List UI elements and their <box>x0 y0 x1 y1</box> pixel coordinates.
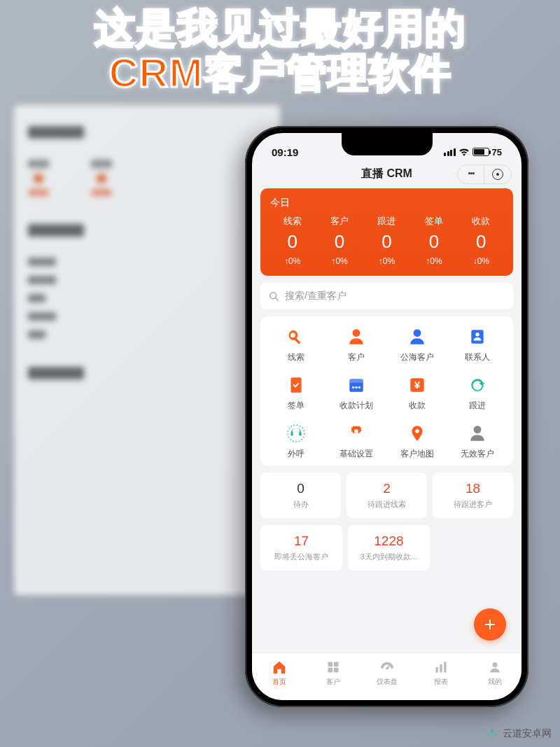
grid-item-invalid[interactable]: 无效客户 <box>447 423 507 460</box>
search-placeholder: 搜索/查重客户 <box>285 290 346 302</box>
barchart-icon <box>433 659 449 675</box>
svg-rect-22 <box>333 668 338 673</box>
stat-tile-1[interactable]: 2 待跟进线索 <box>346 473 427 518</box>
miniapp-close-button[interactable] <box>484 165 511 183</box>
tab-label: 仪表盘 <box>377 677 398 687</box>
stat-tile-4[interactable]: 1228 3天内到期收款... <box>348 525 430 571</box>
grid-item-pool[interactable]: 公海客户 <box>387 326 447 363</box>
svg-line-1 <box>275 298 278 300</box>
watermark-logo-icon <box>486 727 498 740</box>
svg-rect-21 <box>328 668 332 673</box>
svg-point-18 <box>473 426 481 433</box>
tab-customers[interactable]: 客户 <box>306 653 360 693</box>
tile-value: 1228 <box>374 533 403 549</box>
grid-item-map[interactable]: 客户地图 <box>387 423 447 460</box>
stat-tiles-row2: 17 即将丢公海客户 1228 3天内到期收款... <box>260 525 430 571</box>
gauge-icon <box>379 659 395 675</box>
search-input[interactable]: 搜索/查重客户 <box>260 283 513 309</box>
leads-icon <box>286 326 307 347</box>
tile-label: 待办 <box>293 499 309 510</box>
battery-pct: 75 <box>492 147 502 158</box>
tab-dashboard[interactable]: 仪表盘 <box>360 653 414 693</box>
grid-label: 线索 <box>288 351 304 363</box>
app-grid: 线索 客户 公海客户 联系人 签单 收款计划 ¥ 收款 跟进 外呼 <box>260 316 513 466</box>
stat-delta: ↑0% <box>379 256 395 266</box>
stat-delta: ↓0% <box>473 256 489 266</box>
stat-delta: ↑0% <box>426 256 442 266</box>
svg-rect-5 <box>471 330 483 344</box>
today-stat-2[interactable]: 跟进 0 ↑0% <box>365 215 409 266</box>
grid-item-payplan[interactable]: 收款计划 <box>326 375 386 412</box>
pin-icon <box>407 423 428 444</box>
search-icon <box>269 291 279 302</box>
grid-item-follow[interactable]: 跟进 <box>447 375 507 412</box>
grid-label: 公海客户 <box>400 351 434 363</box>
grid-label: 客户 <box>348 351 365 363</box>
yen-icon: ¥ <box>407 375 428 396</box>
grid-label: 客户地图 <box>400 448 434 460</box>
grid-label: 无效客户 <box>461 448 494 460</box>
phone-notch <box>342 133 433 155</box>
grid-item-leads[interactable]: 线索 <box>266 326 326 363</box>
grid-item-payment[interactable]: ¥ 收款 <box>387 375 447 412</box>
tab-home[interactable]: 首页 <box>252 653 306 693</box>
stat-value: 0 <box>382 231 391 253</box>
user-icon <box>487 659 503 675</box>
stat-name: 签单 <box>425 215 443 228</box>
today-stat-1[interactable]: 客户 0 ↑0% <box>317 215 361 266</box>
svg-rect-19 <box>328 662 332 667</box>
stat-tile-3[interactable]: 17 即将丢公海客户 <box>260 525 342 571</box>
svg-text:¥: ¥ <box>414 379 420 391</box>
stat-name: 客户 <box>330 215 349 228</box>
svg-point-10 <box>352 386 354 389</box>
stat-tile-2[interactable]: 18 待跟进客户 <box>433 473 513 518</box>
tab-label: 首页 <box>272 677 286 687</box>
svg-rect-20 <box>333 662 338 667</box>
promo-headline: 这是我见过最好用的CRM客户管理软件 <box>0 6 560 95</box>
grid-label: 外呼 <box>288 448 304 460</box>
grid-label: 签单 <box>288 400 304 412</box>
today-stat-0[interactable]: 线索 0 ↑0% <box>270 215 314 266</box>
miniapp-menu-button[interactable]: ··· <box>458 165 484 183</box>
tab-reports[interactable]: 报表 <box>414 653 468 693</box>
tile-label: 即将丢公海客户 <box>274 552 328 562</box>
grid-label: 基础设置 <box>340 448 373 460</box>
stat-name: 收款 <box>472 215 490 228</box>
tab-label: 客户 <box>326 677 340 687</box>
today-stat-3[interactable]: 签单 0 ↑0% <box>412 215 456 266</box>
svg-line-24 <box>387 665 390 669</box>
today-label: 今日 <box>270 197 503 209</box>
today-stat-4[interactable]: 收款 0 ↓0% <box>459 215 503 266</box>
tile-value: 2 <box>383 481 391 496</box>
stat-tiles-row1: 0 待办 2 待跟进线索 18 待跟进客户 <box>260 473 513 518</box>
watermark-text: 云道安卓网 <box>503 727 552 740</box>
svg-rect-27 <box>444 662 446 673</box>
svg-point-12 <box>358 386 360 389</box>
svg-point-16 <box>355 429 358 433</box>
target-icon <box>492 169 503 180</box>
fab-add-button[interactable]: + <box>474 608 506 641</box>
grid4-icon <box>326 659 341 675</box>
grid-item-contact[interactable]: 联系人 <box>447 326 507 363</box>
app-title: 直播 CRM <box>361 167 412 181</box>
stat-tile-0[interactable]: 0 待办 <box>260 473 341 518</box>
grid-item-contract[interactable]: 签单 <box>266 375 326 412</box>
calendar-icon <box>346 375 367 396</box>
svg-point-17 <box>415 429 419 433</box>
stat-delta: ↑0% <box>331 256 347 266</box>
svg-point-28 <box>492 662 497 667</box>
grid-item-call[interactable]: 外呼 <box>266 423 326 460</box>
tab-me[interactable]: 我的 <box>468 653 522 693</box>
grid-label: 收款 <box>409 400 426 412</box>
gear-icon <box>346 423 367 444</box>
today-card: 今日 线索 0 ↑0% 客户 0 ↑0% 跟进 0 ↑0% 签单 0 ↑0% 收… <box>260 188 513 276</box>
person-solid-icon <box>346 326 367 347</box>
tile-value: 0 <box>297 481 304 496</box>
grid-item-settings[interactable]: 基础设置 <box>326 423 386 460</box>
stat-value: 0 <box>335 231 344 253</box>
tab-label: 我的 <box>488 677 502 687</box>
tile-label: 待跟进客户 <box>454 499 492 510</box>
stat-value: 0 <box>429 231 439 253</box>
grid-item-customer[interactable]: 客户 <box>326 326 386 363</box>
svg-rect-25 <box>435 667 438 673</box>
